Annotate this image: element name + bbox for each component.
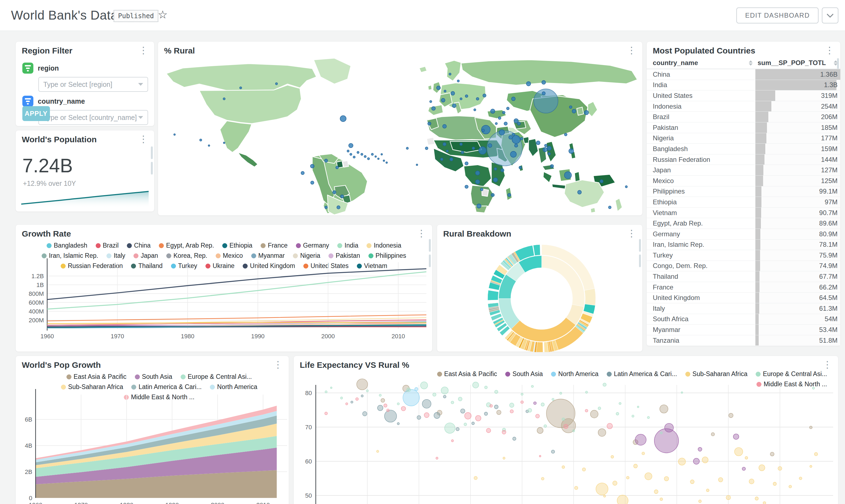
population-cell: 89.6M [755, 218, 840, 229]
population-cell: 67.7M [755, 271, 840, 282]
card-title: Most Populated Countries [653, 46, 755, 55]
table-row: Tanzania51.8M [647, 335, 840, 346]
country-name-cell: Myanmar [647, 325, 755, 335]
life-expectancy-card: Life Expectancy VS Rural % ⋮ East Asia &… [293, 356, 839, 504]
country-name-cell: Russian Federation [647, 155, 755, 165]
value-text: 185M [821, 122, 838, 133]
published-badge[interactable]: Published [114, 10, 158, 22]
rural-sunburst-chart[interactable] [437, 225, 643, 352]
population-cell: 90.7M [755, 208, 840, 218]
kebab-menu-icon[interactable]: ⋮ [625, 44, 639, 56]
table-row: Iran, Islamic Rep.78.1M [647, 239, 840, 250]
table-row: United Kingdom64.5M [647, 292, 840, 303]
value-bar [755, 250, 760, 260]
select-caret-icon [138, 83, 143, 86]
svg-text:70: 70 [305, 424, 312, 431]
value-bar [755, 218, 761, 229]
table-row: Italy61.3M [647, 303, 840, 314]
population-cell: 1.36B [755, 69, 840, 80]
rural-breakdown-card: Rural Breakdown ⋮ [437, 224, 643, 352]
filter-field-country: country_name [22, 96, 85, 107]
value-bar [755, 292, 759, 303]
table-body: China1.36BIndia1.3BUnited States319MIndo… [647, 69, 840, 346]
growth-line-chart[interactable]: 200M400M600M800M1B1.2B196019701980199020… [16, 225, 433, 352]
population-cell: 64.5M [755, 292, 840, 303]
card-title: % Rural [164, 46, 195, 55]
value-text: 1.36B [820, 69, 838, 80]
edit-dashboard-button[interactable]: EDIT DASHBOARD [736, 7, 819, 23]
value-text: 99.1M [819, 186, 838, 197]
country-name-select[interactable]: Type or Select [country_name] [38, 110, 148, 125]
table-row: Indonesia254M [647, 101, 840, 112]
table-row: Philippines99.1M [647, 186, 840, 197]
sort-icon [749, 60, 753, 66]
svg-text:800M: 800M [29, 290, 44, 297]
population-cell: 75.9M [755, 250, 840, 260]
kebab-menu-icon[interactable]: ⋮ [137, 44, 150, 56]
country-name-cell: South Africa [647, 314, 755, 325]
population-cell: 206M [755, 112, 840, 122]
column-header-population[interactable]: sum__SP_POP_TOTL [755, 59, 840, 67]
countries-table: country_name sum__SP_POP_TOTL China1.36B… [647, 57, 840, 346]
table-row: France66.2M [647, 282, 840, 293]
value-bar [755, 314, 759, 325]
value-text: 97M [825, 197, 838, 207]
edit-dashboard-caret-button[interactable] [822, 7, 839, 23]
population-cell: 319M [755, 90, 840, 101]
country-name-cell: Iran, Islamic Rep. [647, 239, 755, 250]
region-select[interactable]: Type or Select [region] [38, 77, 148, 92]
population-cell: 1.3B [755, 80, 840, 90]
world-choropleth-map[interactable] [158, 58, 642, 215]
value-text: 89.6M [819, 218, 838, 229]
country-name-cell: United Kingdom [647, 292, 755, 303]
country-name-cell: Ethiopia [647, 197, 755, 207]
population-cell: 254M [755, 101, 840, 112]
apply-button[interactable]: APPLY [22, 106, 50, 121]
population-cell: 53.4M [755, 325, 840, 335]
column-header-country[interactable]: country_name [647, 59, 755, 67]
value-bar [755, 101, 771, 112]
value-text: 177M [821, 133, 838, 144]
country-name-cell: Congo, Dem. Rep. [647, 261, 755, 271]
svg-text:2000: 2000 [321, 333, 335, 340]
population-cell: 177M [755, 133, 840, 144]
value-text: 319M [821, 90, 838, 101]
filter-funnel-icon [22, 62, 33, 74]
country-name-cell: Italy [647, 303, 755, 314]
population-cell: 185M [755, 122, 840, 133]
value-bar [755, 208, 761, 218]
value-text: 125M [821, 176, 838, 186]
population-cell: 54M [755, 314, 840, 325]
population-cell: 125M [755, 176, 840, 186]
resize-handle[interactable] [151, 162, 153, 175]
svg-text:0: 0 [29, 494, 32, 502]
value-text: 66.2M [819, 282, 838, 292]
population-value: 7.24B [22, 155, 73, 177]
value-bar [755, 261, 760, 271]
country-name-cell: Pakistan [647, 122, 755, 133]
kebab-menu-icon[interactable]: ⋮ [137, 133, 150, 145]
table-row: Pakistan185M [647, 122, 840, 133]
kebab-menu-icon[interactable]: ⋮ [823, 44, 837, 56]
svg-text:2010: 2010 [256, 502, 270, 504]
country-name-cell: Mexico [647, 176, 755, 186]
resize-handle[interactable] [151, 146, 153, 159]
value-text: 80.9M [819, 229, 838, 239]
population-cell: 61.3M [755, 303, 840, 314]
svg-text:2B: 2B [25, 468, 32, 475]
bubble-scatter-chart[interactable]: 80706050 [294, 356, 839, 504]
table-header: country_name sum__SP_POP_TOTL [647, 57, 840, 69]
value-bar [755, 165, 763, 175]
card-title: Region Filter [22, 46, 72, 55]
svg-text:1.2B: 1.2B [32, 273, 44, 280]
favorite-star-icon[interactable]: ☆ [158, 8, 168, 21]
population-cell: 144M [755, 155, 840, 165]
stacked-area-chart[interactable]: 02B4B6B196019701980199020002010 [16, 356, 289, 504]
population-cell: 51.8M [755, 335, 840, 346]
population-sparkline-chart[interactable] [21, 184, 149, 208]
table-row: Congo, Dem. Rep.74.9M [647, 261, 840, 272]
chevron-down-icon [827, 11, 833, 18]
table-row: Russian Federation144M [647, 155, 840, 165]
value-bar [755, 325, 759, 335]
header-bar: World Bank's Data Published ☆ EDIT DASHB… [0, 0, 845, 31]
